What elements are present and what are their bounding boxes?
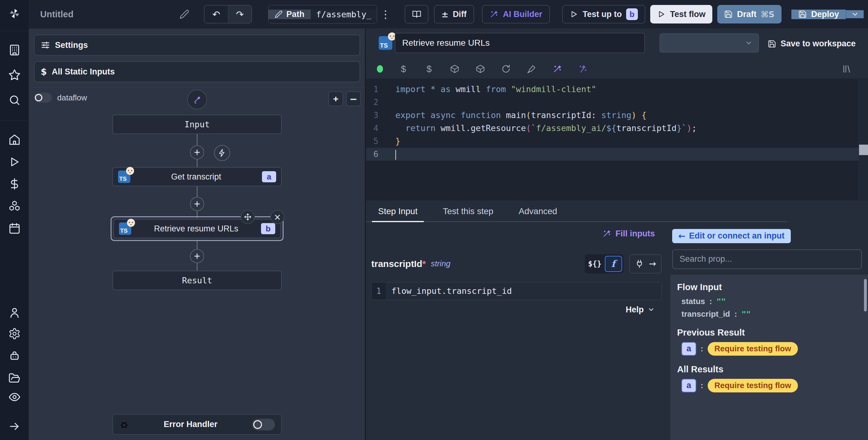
edit-or-connect-button[interactable]: ← Edit or connect an input bbox=[672, 229, 791, 243]
docs-button[interactable] bbox=[405, 5, 428, 24]
undo-redo-group: ↶ ↷ bbox=[204, 5, 252, 24]
test-up-to-button[interactable]: Test up to b bbox=[562, 5, 645, 24]
gear-icon bbox=[8, 327, 21, 340]
prop-list: Flow Input status : "" transcript_id : "… bbox=[670, 275, 868, 440]
code-line[interactable]: 1import * as wmill from "windmill-client… bbox=[366, 83, 868, 96]
undo-button[interactable]: ↶ bbox=[205, 5, 228, 23]
zoom-in-button[interactable]: + bbox=[328, 91, 343, 106]
field-name: transcriptId bbox=[371, 259, 422, 269]
add-resource-type-button[interactable] bbox=[475, 64, 486, 74]
code-line[interactable]: 2 bbox=[366, 96, 868, 109]
tab-step-input[interactable]: Step Input bbox=[375, 201, 421, 222]
ai-fix-button[interactable] bbox=[578, 64, 588, 74]
windmill-logo-icon[interactable] bbox=[7, 6, 22, 21]
ai-flow-button[interactable] bbox=[187, 90, 207, 109]
sidebar-item-user[interactable] bbox=[7, 305, 22, 320]
code-line[interactable]: 5} bbox=[366, 135, 868, 148]
add-resource-button[interactable] bbox=[450, 64, 460, 74]
prop-row-all-results-a[interactable]: a : Require testing flow bbox=[677, 379, 861, 392]
template-mode-button[interactable]: ${} bbox=[586, 256, 603, 272]
sidebar-expand-button[interactable] bbox=[7, 419, 22, 434]
save-icon bbox=[768, 39, 776, 48]
required-mark: * bbox=[422, 259, 426, 269]
sidebar-item-settings[interactable] bbox=[7, 326, 22, 341]
require-testing-pill[interactable]: Require testing flow bbox=[708, 379, 798, 392]
ai-generate-button[interactable] bbox=[552, 64, 562, 74]
tab-advanced[interactable]: Advanced bbox=[516, 201, 560, 222]
all-static-inputs-button[interactable]: $ All Static Inputs bbox=[34, 61, 360, 82]
dataflow-toggle[interactable] bbox=[34, 93, 52, 102]
sidebar-item-workers[interactable] bbox=[7, 349, 22, 363]
deploy-options-button[interactable] bbox=[846, 10, 864, 18]
sidebar-item-home[interactable] bbox=[7, 132, 22, 147]
sidebar-item-search[interactable] bbox=[7, 93, 22, 108]
scrollbar-thumb[interactable] bbox=[864, 279, 867, 312]
code-line[interactable]: 4 return wmill.getResource(`f/assembly_a… bbox=[366, 122, 868, 135]
person-icon bbox=[8, 306, 21, 319]
test-flow-button[interactable]: Test flow bbox=[650, 5, 712, 24]
sidebar-item-audit[interactable] bbox=[7, 390, 22, 405]
draft-button[interactable]: Draft ⌘S bbox=[717, 5, 781, 24]
ai-builder-button[interactable]: AI Builder bbox=[482, 5, 550, 24]
reload-button[interactable] bbox=[501, 64, 511, 74]
zoom-out-button[interactable]: − bbox=[346, 91, 361, 106]
function-mode-button[interactable]: f bbox=[605, 256, 622, 272]
sidebar-item-runs[interactable] bbox=[7, 154, 22, 169]
add-step-button[interactable] bbox=[190, 249, 204, 263]
shortcut-hint: ⌘S bbox=[761, 9, 775, 19]
sidebar-divider bbox=[0, 120, 29, 121]
flow-node-input[interactable]: Input bbox=[113, 115, 282, 134]
redo-button[interactable]: ↷ bbox=[228, 5, 251, 23]
step-tabs: Step Input Test this step Advanced bbox=[366, 201, 868, 222]
sidebar-item-workspace[interactable] bbox=[7, 42, 22, 57]
sidebar-item-variables[interactable] bbox=[7, 176, 22, 191]
flow-node-result[interactable]: Result bbox=[113, 271, 282, 290]
editor-overview-ruler[interactable] bbox=[859, 79, 868, 201]
flow-node-step-a[interactable]: TS Get transcript a bbox=[113, 167, 282, 186]
add-trigger-button[interactable] bbox=[214, 145, 230, 161]
require-testing-pill[interactable]: Require testing flow bbox=[708, 342, 798, 356]
more-menu-button[interactable]: ⋮ bbox=[379, 5, 392, 24]
add-secret-button[interactable]: $ bbox=[424, 64, 434, 74]
delete-node-button[interactable]: × bbox=[270, 210, 284, 224]
code-editor[interactable]: 1import * as wmill from "windmill-client… bbox=[366, 79, 868, 201]
error-handler-button[interactable]: Error Handler bbox=[113, 414, 282, 435]
deploy-button[interactable]: Deploy bbox=[792, 9, 846, 19]
prop-row-status[interactable]: status : "" bbox=[677, 297, 861, 306]
apply-arrow-button[interactable]: → bbox=[649, 259, 656, 269]
package-icon bbox=[475, 64, 485, 74]
flow-node-step-b[interactable]: TS Retrieve resume URLs b bbox=[113, 219, 281, 238]
plug-icon bbox=[635, 259, 644, 268]
edit-title-button[interactable] bbox=[177, 5, 192, 24]
plug-button[interactable] bbox=[635, 259, 644, 268]
expression-editor[interactable]: 1 flow_input.transcript_id bbox=[371, 282, 662, 300]
prop-row-previous-result-a[interactable]: a : Require testing flow bbox=[677, 342, 861, 356]
move-node-button[interactable] bbox=[241, 210, 255, 224]
flow-settings-button[interactable]: Settings bbox=[34, 35, 360, 56]
sidebar-divider bbox=[0, 31, 29, 31]
add-step-button[interactable] bbox=[190, 145, 204, 159]
sidebar-item-schedules[interactable] bbox=[7, 221, 22, 236]
code-line[interactable]: 3export async function main(transcriptId… bbox=[366, 109, 868, 122]
path-button[interactable]: Path f/assembly_ bbox=[268, 5, 377, 24]
sidebar-item-folders[interactable] bbox=[7, 371, 22, 386]
tab-test-this-step[interactable]: Test this step bbox=[440, 201, 496, 222]
format-code-button[interactable] bbox=[526, 64, 537, 74]
windmill-flow-editor: Untitled ↶ ↷ Path f/assembly_ ⋮ ± Diff A… bbox=[0, 0, 868, 440]
search-prop-input[interactable] bbox=[672, 250, 862, 269]
version-select[interactable] bbox=[659, 33, 759, 53]
prop-row-transcript-id[interactable]: transcript_id : "" bbox=[677, 309, 861, 319]
flow-title: Untitled bbox=[40, 9, 73, 20]
step-name-input[interactable] bbox=[395, 33, 645, 53]
script-library-button[interactable] bbox=[841, 64, 852, 74]
save-to-workspace-button[interactable]: Save to workspace bbox=[768, 29, 856, 59]
sidebar-item-resources[interactable] bbox=[7, 199, 22, 213]
sidebar-item-favorites[interactable] bbox=[7, 67, 22, 82]
fill-inputs-button[interactable]: Fill inputs bbox=[602, 229, 655, 238]
code-line[interactable]: 6 bbox=[366, 148, 868, 161]
add-variable-button[interactable]: $ bbox=[398, 64, 409, 74]
add-step-button[interactable] bbox=[190, 197, 204, 211]
help-toggle[interactable]: Help bbox=[625, 305, 655, 315]
error-handler-toggle[interactable] bbox=[252, 419, 275, 431]
diff-button[interactable]: ± Diff bbox=[434, 5, 474, 24]
